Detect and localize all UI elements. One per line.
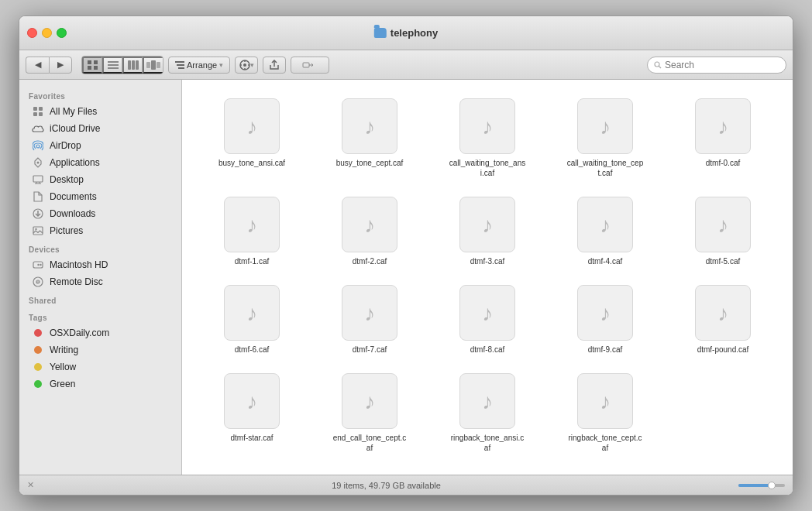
file-item[interactable]: ♪ dtmf-5.caf — [666, 190, 780, 273]
file-item[interactable]: ♪ ringback_tone_cept.caf — [548, 367, 662, 459]
toolbar: ◀ ▶ Arrange ▾ ▾ — [19, 50, 793, 80]
file-item[interactable]: ♪ call_waiting_tone_cept.caf — [548, 92, 662, 184]
statusbar-left: ✕ — [27, 480, 34, 490]
statusbar-close[interactable]: ✕ — [27, 480, 34, 490]
file-item[interactable]: ♪ dtmf-6.caf — [194, 279, 309, 361]
list-view-button[interactable] — [102, 57, 122, 74]
svg-rect-9 — [136, 60, 139, 70]
file-item[interactable]: ♪ dtmf-1.caf — [194, 190, 309, 273]
file-item[interactable]: ♪ dtmf-0.caf — [666, 92, 780, 184]
file-item[interactable]: ♪ dtmf-2.caf — [312, 190, 427, 273]
sidebar-item-downloads[interactable]: Downloads — [22, 205, 178, 222]
file-name: call_waiting_tone_cept.caf — [566, 158, 644, 178]
coverflow-view-button[interactable] — [143, 57, 163, 74]
file-name: dtmf-2.caf — [353, 256, 387, 266]
svg-text:♪: ♪ — [600, 301, 611, 325]
minimize-button[interactable] — [42, 28, 52, 38]
sidebar-item-pictures[interactable]: Pictures — [22, 222, 178, 239]
sidebar-label: All My Files — [50, 106, 97, 117]
music-note-icon: ♪ — [236, 209, 267, 240]
search-input[interactable] — [665, 60, 773, 70]
statusbar-info: 19 items, 49.79 GB available — [34, 481, 738, 490]
file-grid-container: ♪ busy_tone_ansi.caf ♪ busy_tone_cept.ca… — [182, 80, 793, 475]
svg-rect-1 — [94, 60, 98, 64]
sidebar-item-icloud-drive[interactable]: iCloud Drive — [22, 120, 178, 137]
svg-rect-4 — [108, 61, 119, 63]
svg-point-23 — [655, 62, 659, 67]
sidebar-item-remote-disc[interactable]: Remote Disc — [22, 273, 178, 290]
svg-rect-14 — [177, 64, 184, 66]
action-button[interactable]: ▾ — [235, 57, 258, 74]
arrange-label: Arrange — [187, 60, 217, 70]
music-note-icon: ♪ — [236, 297, 267, 328]
remote-disc-icon — [32, 276, 44, 288]
file-item[interactable]: ♪ end_call_tone_cept.caf — [312, 367, 427, 459]
music-note-icon: ♪ — [707, 297, 738, 328]
music-note-icon: ♪ — [590, 297, 621, 328]
sidebar-item-applications[interactable]: Applications — [22, 154, 178, 171]
music-note-icon: ♪ — [472, 209, 503, 240]
file-name: ringback_tone_cept.caf — [566, 433, 644, 453]
sidebar-item-airdrop[interactable]: AirDrop — [22, 137, 178, 154]
sidebar-label: Applications — [50, 157, 100, 168]
music-note-icon: ♪ — [472, 297, 503, 328]
sidebar-label: Writing — [50, 345, 78, 355]
file-item[interactable]: ♪ call_waiting_tone_ansi.caf — [430, 92, 545, 184]
sidebar-label: Macintosh HD — [50, 259, 108, 270]
svg-rect-10 — [146, 62, 150, 68]
file-item[interactable]: ♪ dtmf-pound.caf — [666, 279, 780, 361]
search-bar[interactable] — [647, 57, 786, 74]
svg-text:♪: ♪ — [600, 115, 611, 139]
path-button[interactable] — [291, 57, 329, 74]
sidebar-item-macintosh-hd[interactable]: Macintosh HD — [22, 256, 178, 273]
file-item[interactable]: ♪ dtmf-4.caf — [548, 190, 662, 273]
sidebar-item-osxdaily[interactable]: OSXDaily.com — [22, 324, 178, 341]
svg-text:♪: ♪ — [246, 301, 257, 325]
close-button[interactable] — [27, 28, 37, 38]
zoom-slider[interactable] — [738, 484, 785, 487]
file-item[interactable]: ♪ ringback_tone_ansi.caf — [430, 367, 545, 459]
file-icon: ♪ — [695, 197, 751, 252]
tag-orange-icon — [32, 344, 44, 356]
sidebar-item-documents[interactable]: Documents — [22, 188, 178, 205]
file-item[interactable]: ♪ busy_tone_cept.caf — [312, 92, 427, 184]
file-item[interactable]: ♪ dtmf-7.caf — [312, 279, 427, 361]
sidebar-item-all-my-files[interactable]: All My Files — [22, 103, 178, 120]
file-icon: ♪ — [224, 373, 280, 429]
share-button[interactable] — [263, 57, 286, 74]
svg-rect-2 — [88, 66, 91, 70]
file-item[interactable]: ♪ dtmf-star.caf — [194, 367, 309, 459]
file-icon: ♪ — [695, 98, 751, 154]
column-view-button[interactable] — [122, 57, 143, 74]
sidebar: Favorites All My Files iCloud Drive AirD… — [19, 80, 182, 475]
forward-button[interactable]: ▶ — [49, 57, 72, 74]
music-note-icon: ♪ — [590, 209, 621, 240]
file-icon: ♪ — [695, 285, 751, 341]
sidebar-item-writing[interactable]: Writing — [22, 341, 178, 358]
file-item[interactable]: ♪ busy_tone_ansi.caf — [194, 92, 309, 184]
sidebar-item-green[interactable]: Green — [22, 376, 178, 393]
icon-view-button[interactable] — [82, 57, 102, 74]
file-item[interactable]: ♪ dtmf-8.caf — [430, 279, 545, 361]
file-item[interactable]: ♪ dtmf-9.caf — [548, 279, 662, 361]
svg-text:♪: ♪ — [482, 213, 493, 237]
svg-point-30 — [37, 162, 40, 164]
music-note-icon: ♪ — [354, 209, 385, 240]
file-icon: ♪ — [342, 98, 397, 154]
svg-point-41 — [37, 264, 39, 266]
sidebar-label: Pictures — [50, 225, 83, 236]
airdrop-icon — [32, 139, 44, 152]
sidebar-label: Desktop — [50, 174, 84, 185]
sidebar-item-yellow[interactable]: Yellow — [22, 358, 178, 376]
arrange-button[interactable]: Arrange ▾ — [168, 57, 230, 74]
view-buttons — [81, 56, 163, 74]
svg-rect-11 — [151, 60, 156, 70]
sidebar-item-desktop[interactable]: Desktop — [22, 171, 178, 188]
file-item[interactable]: ♪ dtmf-3.caf — [430, 190, 545, 273]
window-title: telephony — [374, 27, 438, 39]
svg-text:♪: ♪ — [246, 389, 257, 413]
svg-rect-26 — [39, 107, 43, 111]
back-button[interactable]: ◀ — [26, 57, 49, 74]
file-icon: ♪ — [459, 98, 515, 154]
maximize-button[interactable] — [57, 28, 67, 38]
